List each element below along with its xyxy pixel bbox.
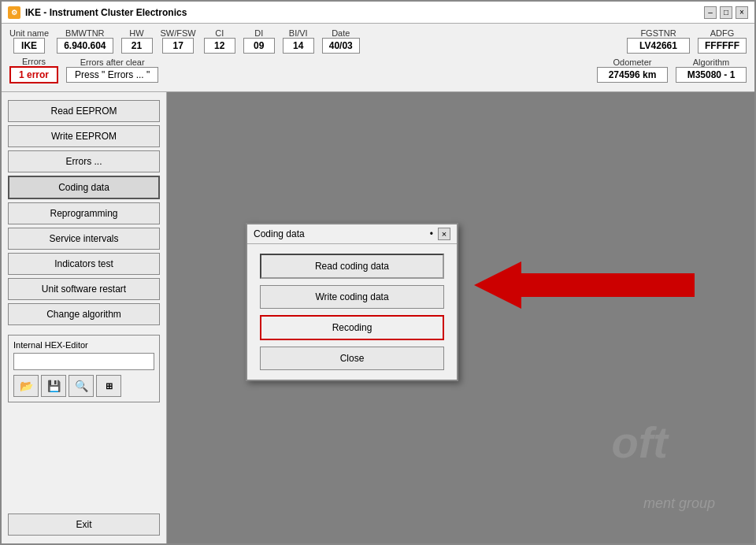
ci-group: CI 12 [204, 28, 235, 54]
errors-label: Errors [22, 57, 46, 66]
algorithm-label: Algorithm [693, 57, 729, 67]
info-row-2: Errors 1 error Errors after clear Press … [9, 57, 747, 83]
minimize-button[interactable]: – [704, 6, 717, 19]
modal-body: Read coding data Write coding data Recod… [247, 244, 457, 380]
modal-minimize-dot: • [430, 228, 433, 239]
title-bar-controls: – □ × [704, 6, 748, 19]
bi-vi-group: BI/VI 14 [283, 28, 314, 54]
red-arrow-svg [474, 258, 695, 313]
date-group: Date 40/03 [322, 28, 360, 54]
sw-fsw-value: 17 [162, 38, 194, 54]
modal-title-bar: Coding data • × [247, 224, 457, 244]
sidebar-item-service-intervals[interactable]: Service intervals [8, 228, 160, 250]
sw-fsw-label: SW/FSW [161, 28, 196, 38]
exit-button[interactable]: Exit [8, 513, 160, 536]
coding-data-modal: Coding data • × Read coding data Write c… [246, 223, 458, 381]
errors-value: 1 error [9, 66, 58, 83]
unit-name-value: IKE [13, 38, 45, 54]
sw-fsw-group: SW/FSW 17 [161, 28, 196, 54]
hw-label: HW [129, 28, 143, 38]
write-coding-data-button[interactable]: Write coding data [260, 285, 444, 309]
errors-after-group: Errors after clear Press " Errors ... " [66, 57, 158, 83]
fgstnr-group: FGSTNR LV42661 [627, 28, 690, 54]
sidebar-item-coding-data[interactable]: Coding data [8, 176, 160, 199]
sidebar-item-reprogramming[interactable]: Reprogramming [8, 202, 160, 224]
odometer-label: Odometer [613, 57, 652, 67]
bmwtnr-value: 6.940.604 [57, 38, 113, 54]
errors-after-label: Errors after clear [80, 57, 145, 67]
close-button[interactable]: × [736, 6, 748, 19]
sidebar-item-write-eeprom[interactable]: Write EEPROM [8, 125, 160, 147]
hex-editor-label: Internal HEX-Editor [13, 340, 154, 350]
read-coding-data-button[interactable]: Read coding data [260, 254, 444, 279]
hex-search-button[interactable]: 🔍 [69, 375, 94, 397]
modal-close-button[interactable]: × [438, 228, 450, 240]
hex-open-button[interactable]: 📂 [13, 375, 39, 397]
bmwtnr-group: BMWTNR 6.940.604 [57, 28, 113, 54]
recoding-button[interactable]: Recoding [260, 315, 444, 340]
errors-group: Errors 1 error [9, 57, 58, 83]
hex-input[interactable] [13, 353, 154, 370]
maximize-button[interactable]: □ [720, 6, 732, 19]
algorithm-group: Algorithm M35080 - 1 [676, 57, 747, 83]
bmwtnr-label: BMWTNR [65, 28, 105, 38]
adfg-value: FFFFFF [698, 38, 747, 54]
sidebar-item-read-eeprom[interactable]: Read EEPROM [8, 100, 160, 122]
app-icon: ⚙ [8, 6, 20, 19]
title-bar-left: ⚙ IKE - Instrument Cluster Electronics [8, 6, 187, 19]
hex-editor-section: Internal HEX-Editor 📂 💾 🔍 ⊞ [8, 335, 160, 402]
sidebar-item-indicators-test[interactable]: Indicators test [8, 253, 160, 275]
arrow-container [474, 258, 695, 313]
date-value: 40/03 [322, 38, 360, 54]
di-group: DI 09 [243, 28, 275, 54]
sidebar-item-unit-software-restart[interactable]: Unit software restart [8, 278, 160, 300]
date-label: Date [332, 28, 350, 38]
title-bar: ⚙ IKE - Instrument Cluster Electronics –… [2, 2, 754, 24]
di-label: DI [254, 28, 263, 38]
hex-save-button[interactable]: 💾 [41, 375, 66, 397]
fgstnr-label: FGSTNR [640, 28, 676, 38]
content-area: oft ment group Coding data • × Read codi… [167, 92, 754, 543]
sidebar-item-change-algorithm[interactable]: Change algorithm [8, 303, 160, 325]
hw-value: 21 [121, 38, 153, 54]
svg-marker-0 [474, 261, 695, 309]
unit-name-group: Unit name IKE [9, 28, 49, 54]
errors-after-button[interactable]: Press " Errors ... " [66, 67, 158, 83]
main-content: Read EEPROM Write EEPROM Errors ... Codi… [2, 92, 754, 543]
di-value: 09 [243, 38, 275, 54]
ci-value: 12 [204, 38, 235, 54]
hex-search-next-button[interactable]: ⊞ [96, 375, 121, 397]
hw-group: HW 21 [121, 28, 153, 54]
fgstnr-value: LV42661 [627, 38, 690, 54]
sidebar-item-errors[interactable]: Errors ... [8, 150, 160, 172]
window-title: IKE - Instrument Cluster Electronics [25, 7, 187, 18]
adfg-label: ADFG [710, 28, 735, 38]
ci-label: CI [215, 28, 224, 38]
modal-overlay: Coding data • × Read coding data Write c… [167, 92, 754, 543]
modal-close-btn[interactable]: Close [260, 347, 444, 370]
odometer-group: Odometer 274596 km [597, 57, 668, 83]
bi-vi-label: BI/VI [289, 28, 308, 38]
modal-title: Coding data [254, 228, 305, 239]
odometer-value: 274596 km [597, 67, 668, 83]
header-info: Unit name IKE BMWTNR 6.940.604 HW 21 SW/… [2, 24, 754, 92]
sidebar: Read EEPROM Write EEPROM Errors ... Codi… [2, 92, 167, 543]
info-row-1: Unit name IKE BMWTNR 6.940.604 HW 21 SW/… [9, 28, 747, 54]
algorithm-value: M35080 - 1 [676, 67, 747, 83]
adfg-group: ADFG FFFFFF [698, 28, 747, 54]
unit-name-label: Unit name [9, 28, 49, 38]
bi-vi-value: 14 [283, 38, 314, 54]
hex-toolbar: 📂 💾 🔍 ⊞ [13, 375, 154, 397]
main-window: ⚙ IKE - Instrument Cluster Electronics –… [0, 0, 756, 545]
